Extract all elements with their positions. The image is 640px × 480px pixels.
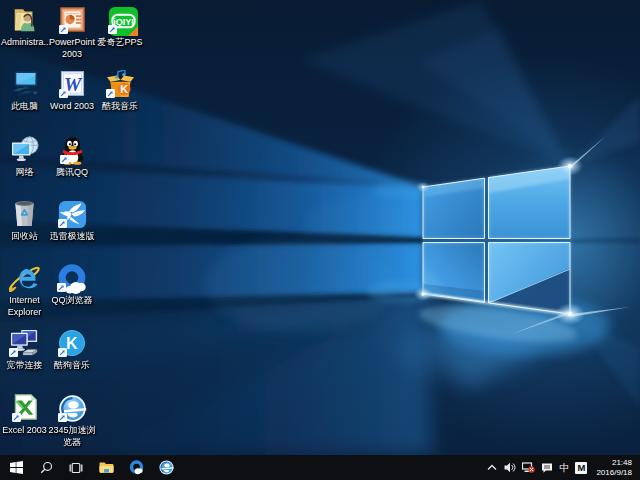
svg-text:K: K (66, 335, 78, 352)
svg-text:K: K (120, 83, 128, 95)
